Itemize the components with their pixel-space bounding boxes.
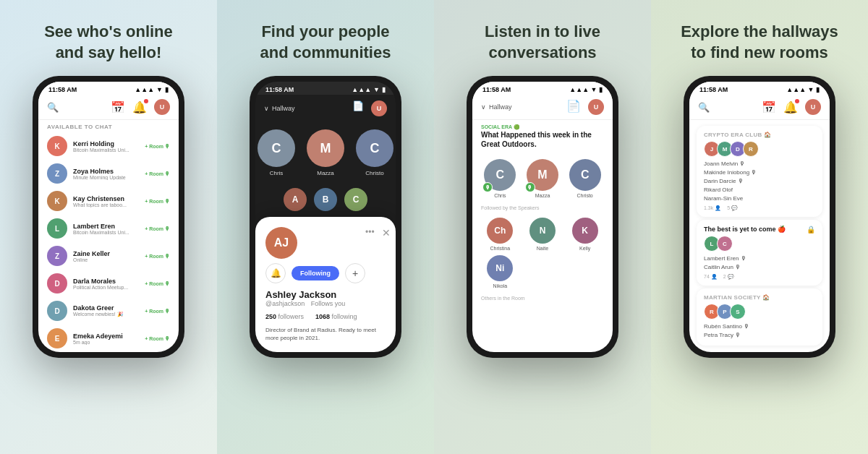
speaker-av-live: M 🎙 (527, 159, 558, 191)
speaker-avatar: C (258, 129, 295, 167)
section-hallways: Explore the hallwaysto find new rooms 11… (651, 0, 868, 454)
section-live: Listen in to liveconversations 11:58 AM … (434, 0, 651, 454)
search-icon-4[interactable]: 🔍 (698, 102, 710, 113)
chat-info: Emeka Adeyemi 5m ago (73, 333, 139, 345)
follower-item[interactable]: K Kelly (566, 218, 604, 251)
calendar-icon[interactable]: 📅 (111, 100, 125, 114)
profile-bio: Director of Brand at Radius. Ready to me… (265, 326, 386, 342)
document-icon-live[interactable]: 📄 (566, 99, 581, 115)
chat-sub: What topics are taboo... (73, 202, 139, 207)
user-avatar[interactable]: U (371, 100, 387, 116)
hallway-label: Hallway (272, 105, 295, 112)
header-icons-4: 📅 🔔 U (762, 99, 821, 115)
chat-info: Zaine Keller Online (73, 250, 139, 262)
chat-sub: Political Action Meetup... (73, 285, 139, 290)
follower-name: Christina (490, 246, 511, 251)
profile-stats: 250 followers 1068 following (265, 313, 386, 320)
room-member-avatars-2: L C (704, 236, 786, 252)
listener-count-2: 74 👤 (704, 274, 718, 280)
bell-container: 🔔 (132, 100, 147, 114)
section-communities: Find your peopleand communities 11:58 AM… (217, 0, 434, 454)
follower-avatar: K (572, 218, 598, 244)
live-speaker[interactable]: C 🎙 Chris (481, 159, 519, 198)
live-speaker[interactable]: C Christo (566, 159, 604, 198)
room-card-best[interactable]: The best is yet to come 🍎 L C Lambert Er… (697, 220, 822, 286)
close-icon[interactable]: ✕ (382, 227, 391, 239)
room-badge: + Room 🎙 (145, 281, 170, 286)
status-bar-1: 11:58 AM ▲▲▲ ▼ ▮ (38, 82, 179, 95)
live-speaker[interactable]: M 🎙 Mazza (524, 159, 562, 198)
app-header-4: 🔍 📅 🔔 U (689, 95, 830, 120)
user-avatar-live[interactable]: U (588, 99, 604, 115)
listener-count: 1.3k 👤 (704, 205, 721, 211)
notify-button[interactable]: 🔔 (265, 263, 286, 283)
signal-icons-2: ▲▲▲ ▼ ▮ (352, 86, 386, 93)
phone-4: 11:58 AM ▲▲▲ ▼ ▮ 🔍 📅 🔔 U (684, 76, 835, 358)
comment-count-2: 2 💬 (723, 274, 734, 280)
following-button[interactable]: Following (292, 266, 339, 280)
speaker-item[interactable]: C Christo (356, 129, 393, 176)
room-card-martian[interactable]: MARTIAN SOCIETY 🏠 R P S Rubén Santino 🎙 … (697, 288, 822, 346)
room-badge: + Room 🎙 (145, 254, 170, 259)
status-bar-4: 11:58 AM ▲▲▲ ▼ ▮ (689, 82, 830, 95)
follower-item[interactable]: Ni Nikola (481, 255, 519, 288)
speakers-row: C Chris M Mazza C Christo (255, 122, 396, 184)
chat-item[interactable]: L Lambert Eren Bitcoin Maximalists Uni..… (38, 215, 179, 242)
chat-name: Darla Morales (73, 278, 139, 285)
chat-item[interactable]: E Emeka Adeyemi 5m ago + Room 🎙 (38, 325, 179, 352)
chat-info: Zoya Holmes Minute Morning Update (73, 168, 139, 180)
chat-item[interactable]: D Darla Morales Political Action Meetup.… (38, 270, 179, 297)
follower-avatar: N (529, 218, 556, 244)
chat-info: Kay Christensen What topics are taboo... (73, 195, 139, 207)
room-card-stats-2: 74 👤 2 💬 (704, 274, 786, 280)
speaker-avatar: M (307, 129, 344, 167)
chat-avatar: D (47, 301, 67, 321)
room-member-avatars-3: R P S (704, 304, 815, 320)
section-4-title: Explore the hallwaysto find new rooms (681, 22, 838, 63)
chat-sub: Bitcoin Maximalists Uni... (73, 230, 139, 235)
speaker-name: Chris (270, 170, 284, 176)
live-speaker-name: Chris (494, 193, 506, 198)
user-avatar[interactable]: U (154, 99, 170, 115)
room-card-crypto[interactable]: CRYPTO ERA CLUB 🏠 J M D R Joann Melvin 🎙… (697, 126, 822, 217)
chat-avatar: Z (47, 246, 67, 266)
room-card-title-martian: MARTIAN SOCIETY 🏠 (704, 294, 815, 301)
follower-item[interactable]: Ch Christina (481, 218, 519, 251)
follower-name: Naite (537, 246, 548, 251)
lock-icon: 🔒 (807, 226, 815, 234)
hallway-back-live: ∨ Hallway (481, 103, 512, 111)
room-member-avatar: R (743, 141, 759, 157)
chat-avatar: K (47, 136, 67, 156)
chat-name: Zoya Holmes (73, 168, 139, 175)
speaker-item[interactable]: C Chris (258, 129, 295, 176)
search-icon[interactable]: 🔍 (47, 102, 59, 113)
room-member-avatar: S (730, 304, 746, 320)
audience-avatar: B (312, 187, 339, 213)
chat-item[interactable]: K Kerri Holding Bitcoin Maximalists Uni.… (38, 132, 179, 160)
chat-item[interactable]: Z Zoya Holmes Minute Morning Update + Ro… (38, 160, 179, 187)
chat-sub: 5m ago (73, 340, 139, 345)
signal-icon: ▲▲▲ (135, 86, 154, 93)
follower-name: Kelly (579, 246, 590, 251)
room-card-members-3: Rubén Santino 🎙 Petra Tracy 🎙 (704, 322, 815, 340)
chat-avatar: D (47, 273, 67, 294)
more-icon[interactable]: ••• (365, 227, 375, 239)
chat-info: Lambert Eren Bitcoin Maximalists Uni... (73, 223, 139, 235)
battery-icon: ▮ (165, 86, 169, 93)
followers-grid: Ch Christina N Naite K Kelly Ni Nikola (472, 212, 613, 294)
signal-icons-1: ▲▲▲ ▼ ▮ (135, 86, 169, 93)
add-button[interactable]: + (345, 263, 365, 283)
user-avatar-4[interactable]: U (805, 99, 821, 115)
chat-item[interactable]: D Dakota Greer Welcome newbies! 🎉 + Room… (38, 297, 179, 325)
follows-you-label: Follows you (311, 300, 346, 307)
signal-icons-3: ▲▲▲ ▼ ▮ (569, 86, 603, 93)
room-card-members: Joann Melvin 🎙 Makinde Iniobong 🎙 Darin … (704, 160, 815, 203)
chat-item[interactable]: Z Zaine Keller Online + Room 🎙 (38, 242, 179, 270)
chat-item[interactable]: K Kay Christensen What topics are taboo.… (38, 187, 179, 215)
chat-name: Lambert Eren (73, 223, 139, 230)
calendar-icon-4[interactable]: 📅 (762, 100, 776, 114)
document-icon[interactable]: 📄 (352, 100, 364, 116)
speaker-item[interactable]: M Mazza (307, 129, 344, 176)
profile-actions: 🔔 Following + (265, 263, 365, 283)
follower-item[interactable]: N Naite (524, 218, 562, 251)
